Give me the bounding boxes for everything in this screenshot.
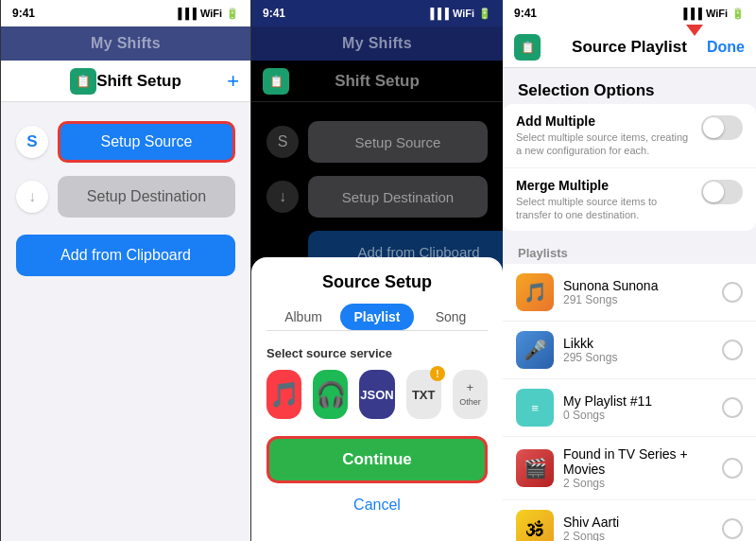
signal-icon: ▐▐▐	[174, 8, 196, 19]
merge-multiple-row: Merge Multiple Select multiple source it…	[503, 168, 756, 232]
playlist-name-4: Shiv Aarti	[563, 515, 713, 530]
nav-title-1: Shift Setup	[96, 72, 181, 91]
playlist-radio-3[interactable]	[722, 458, 743, 479]
add-multiple-toggle[interactable]	[701, 115, 743, 140]
add-icon[interactable]: +	[227, 69, 239, 94]
phone-1: 9:41 ▐▐▐ WiFi 🔋 My Shifts 📋 Shift Setup …	[0, 0, 251, 541]
status-bar-3: 9:41 ▐▐▐ WiFi 🔋	[503, 0, 756, 26]
wifi-icon-2: WiFi	[453, 8, 474, 19]
app-icon-3: 📋	[514, 34, 541, 61]
nav-title-2: Shift Setup	[335, 72, 420, 91]
screen2-source-btn: Setup Source	[308, 121, 488, 163]
signal-icon-3: ▐▐▐	[679, 8, 701, 19]
merge-multiple-desc: Select multiple source items to transfer…	[516, 195, 694, 222]
setup-source-row: S Setup Source	[16, 121, 235, 163]
select-source-label: Select source service	[266, 346, 488, 360]
playlist-item-2[interactable]: ≡ My Playlist #11 0 Songs	[503, 379, 756, 437]
playlist-item-3[interactable]: 🎬 Found in TV Series + Movies 2 Songs	[503, 437, 756, 500]
playlist-thumb-2: ≡	[516, 389, 554, 427]
nav-bar-3: 📋 Source Playlist Done	[503, 26, 756, 68]
tab-playlist[interactable]: Playlist	[340, 304, 414, 330]
setup-source-button[interactable]: Setup Source	[58, 121, 235, 163]
myshifts-title-2: My Shifts	[342, 35, 412, 52]
app-icon-left: 📋	[70, 68, 96, 95]
screen3-content: Selection Options Add Multiple Select mu…	[503, 68, 756, 541]
playlist-name-0: Sunona Sunona	[563, 278, 713, 293]
screen2-dest-btn: Setup Destination	[308, 176, 488, 218]
playlist-item-4[interactable]: 🕉 Shiv Aarti 2 Songs	[503, 500, 756, 541]
screen1-content: S Setup Source ↓ Setup Destination Add f…	[1, 102, 250, 541]
playlist-name-3: Found in TV Series + Movies	[563, 446, 713, 477]
playlist-songs-3: 2 Songs	[563, 477, 713, 490]
playlist-item-0[interactable]: 🎵 Sunona Sunona 291 Songs	[503, 264, 756, 322]
sheet-title: Source Setup	[266, 272, 488, 292]
playlist-radio-4[interactable]	[722, 518, 743, 539]
playlist-thumb-4: 🕉	[516, 510, 554, 541]
playlist-songs-0: 291 Songs	[563, 293, 713, 306]
myshifts-bar-2: My Shifts	[251, 26, 503, 61]
service-icons-row: 🎵 🎧 JSON TXT ! +Other	[266, 370, 488, 419]
selection-options-header: Selection Options	[503, 68, 756, 104]
playlist-name-2: My Playlist #11	[563, 393, 713, 409]
phone-2: 9:41 ▐▐▐ WiFi 🔋 My Shifts 📋 Shift Setup …	[251, 0, 503, 541]
time-1: 9:41	[12, 7, 35, 20]
screen2-bg: S Setup Source ↓ Setup Destination Add f…	[251, 102, 503, 541]
merge-multiple-title: Merge Multiple	[516, 178, 694, 193]
setup-dest-button[interactable]: Setup Destination	[58, 176, 235, 218]
cancel-button[interactable]: Cancel	[266, 493, 488, 517]
signal-icon-2: ▐▐▐	[426, 8, 448, 19]
status-icons-1: ▐▐▐ WiFi 🔋	[174, 8, 239, 20]
source-setup-sheet: Source Setup Album Playlist Song Select …	[251, 257, 503, 541]
playlist-thumb-0: 🎵	[516, 273, 554, 311]
myshifts-title: My Shifts	[91, 35, 161, 52]
done-button[interactable]: Done	[707, 39, 745, 56]
playlist-name-1: Likkk	[563, 336, 713, 351]
add-multiple-row: Add Multiple Select multiple source item…	[503, 104, 756, 168]
status-icons-3: ▐▐▐ WiFi 🔋	[679, 8, 745, 20]
service-json[interactable]: JSON	[359, 370, 394, 419]
time-3: 9:41	[514, 7, 537, 20]
tab-song[interactable]: Song	[414, 304, 488, 330]
time-2: 9:41	[263, 7, 285, 20]
setup-dest-row: ↓ Setup Destination	[16, 176, 235, 218]
playlist-songs-4: 2 Songs	[563, 530, 713, 541]
done-arrow	[686, 25, 703, 36]
playlist-thumb-3: 🎬	[516, 449, 554, 487]
screen2-dest-row: ↓ Setup Destination	[266, 176, 488, 218]
status-icons-2: ▐▐▐ WiFi 🔋	[426, 8, 491, 20]
add-clipboard-button[interactable]: Add from Clipboard	[16, 235, 235, 276]
playlist-radio-1[interactable]	[722, 340, 743, 360]
playlist-songs-2: 0 Songs	[563, 409, 713, 422]
tab-album[interactable]: Album	[266, 304, 340, 330]
playlist-thumb-1: 🎤	[516, 331, 554, 369]
playlist-radio-2[interactable]	[722, 397, 743, 418]
service-txt[interactable]: TXT !	[406, 370, 441, 419]
service-other[interactable]: +Other	[453, 370, 488, 419]
playlists-label: Playlists	[503, 240, 756, 264]
phone-3: 9:41 ▐▐▐ WiFi 🔋 📋 Source Playlist Done S…	[503, 0, 756, 541]
nav-bar-1: 📋 Shift Setup +	[1, 61, 250, 102]
screen2-source-row: S Setup Source	[266, 121, 488, 163]
merge-multiple-toggle[interactable]	[701, 180, 743, 204]
playlist-list: 🎵 Sunona Sunona 291 Songs 🎤 Likkk 295 So…	[503, 264, 756, 541]
status-bar-1: 9:41 ▐▐▐ WiFi 🔋	[1, 0, 250, 26]
myshifts-bar: My Shifts	[1, 26, 250, 61]
battery-icon-2: 🔋	[478, 8, 491, 20]
continue-button[interactable]: Continue	[266, 436, 488, 483]
battery-icon: 🔋	[226, 8, 239, 20]
service-spotify[interactable]: 🎧	[313, 370, 348, 419]
app-icon-2: 📋	[263, 68, 289, 95]
selection-options-group: Add Multiple Select multiple source item…	[503, 104, 756, 231]
service-apple-music[interactable]: 🎵	[266, 370, 301, 419]
source-service-icon: S	[16, 126, 48, 158]
screen2-top-buttons: S Setup Source ↓ Setup Destination Add f…	[251, 102, 503, 272]
dest-service-icon: ↓	[16, 181, 48, 213]
playlist-songs-1: 295 Songs	[563, 351, 713, 364]
battery-icon-3: 🔋	[731, 8, 745, 20]
playlist-radio-0[interactable]	[722, 282, 743, 303]
add-multiple-title: Add Multiple	[516, 113, 694, 129]
wifi-icon: WiFi	[200, 8, 222, 19]
playlist-item-1[interactable]: 🎤 Likkk 295 Songs	[503, 322, 756, 379]
tabs-row: Album Playlist Song	[266, 304, 488, 331]
status-bar-2: 9:41 ▐▐▐ WiFi 🔋	[251, 0, 503, 26]
